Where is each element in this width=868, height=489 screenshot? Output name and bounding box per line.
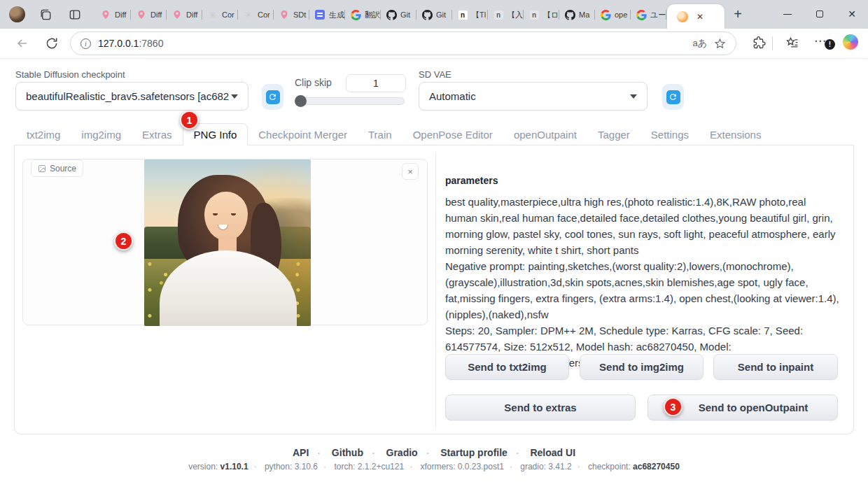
- browser-tab[interactable]: n 【ロ: [524, 4, 559, 25]
- browser-tabstrip: Diff Diff Diff ✳ Cor ✳ Cor SDt: [0, 0, 868, 29]
- browser-tab[interactable]: n 【入: [488, 4, 524, 25]
- image-icon: [38, 164, 46, 173]
- parameters-header: parameters: [445, 175, 498, 186]
- chevron-down-icon: [231, 94, 238, 99]
- browser-tab[interactable]: ユー: [631, 4, 666, 25]
- gradio-link[interactable]: Gradio: [386, 447, 418, 458]
- clip-skip-input[interactable]: [346, 74, 406, 92]
- window-close-button[interactable]: ✕: [836, 0, 868, 28]
- note-favicon: n: [493, 9, 504, 20]
- browser-tab[interactable]: ✳ Cor: [202, 4, 238, 25]
- send-to-txt2img-button[interactable]: Send to txt2img: [445, 354, 569, 380]
- tab-settings[interactable]: Settings: [640, 123, 699, 146]
- annotation-badge-1: 1: [180, 111, 199, 129]
- address-bar[interactable]: i 127.0.0.1:7860 aあ: [70, 31, 736, 55]
- tab-openoutpaint[interactable]: openOutpaint: [503, 123, 587, 146]
- note-favicon: n: [528, 9, 540, 20]
- collections-star-icon[interactable]: [785, 36, 799, 50]
- tab-openpose-editor[interactable]: OpenPose Editor: [402, 123, 503, 146]
- browser-tab[interactable]: Diff: [131, 4, 167, 25]
- pink-pin-favicon: [100, 9, 111, 20]
- github-favicon: [386, 9, 397, 20]
- pink-pin-favicon: [136, 9, 147, 20]
- browser-tab[interactable]: SDt: [274, 4, 309, 25]
- prompt-text: best quality,masterpiece,ultra high res,…: [445, 194, 840, 258]
- startup-profile-link[interactable]: Startup profile: [440, 447, 507, 458]
- source-image-dropzone[interactable]: Source ×: [22, 159, 428, 325]
- faded-favicon: ✳: [243, 9, 254, 20]
- refresh-page-icon[interactable]: [45, 36, 59, 50]
- checkpoint-label: Stable Diffusion checkpoint: [15, 69, 125, 80]
- sd-vae-dropdown[interactable]: Automatic: [419, 82, 648, 111]
- tab-close-icon[interactable]: ✕: [696, 12, 704, 22]
- browser-tab[interactable]: Git: [381, 4, 416, 25]
- browser-tab[interactable]: Git: [416, 4, 452, 25]
- browser-tab[interactable]: ope: [595, 4, 631, 25]
- note-favicon: n: [457, 9, 468, 20]
- window-maximize-button[interactable]: [804, 0, 836, 28]
- tab-extras[interactable]: Extras: [132, 123, 183, 146]
- panel-divider: [435, 153, 436, 427]
- github-link[interactable]: Github: [332, 447, 363, 458]
- browser-window: Diff Diff Diff ✳ Cor ✳ Cor SDt: [0, 0, 868, 489]
- tab-checkpoint-merger[interactable]: Checkpoint Merger: [248, 123, 358, 146]
- browser-tab[interactable]: Diff: [95, 4, 131, 25]
- url-text[interactable]: 127.0.0.1:7860: [98, 38, 163, 49]
- api-link[interactable]: API: [293, 447, 309, 458]
- google-favicon: [600, 9, 611, 20]
- clip-skip-slider[interactable]: [295, 97, 405, 105]
- clear-image-button[interactable]: ×: [402, 163, 419, 180]
- browser-profile-avatar[interactable]: [9, 6, 25, 22]
- send-to-extras-button[interactable]: Send to extras: [445, 395, 636, 420]
- sd-vae-label: SD VAE: [419, 69, 451, 80]
- source-photo: [144, 160, 311, 326]
- workspaces-icon[interactable]: [38, 8, 52, 22]
- send-to-inpaint-button[interactable]: Send to inpaint: [713, 354, 838, 380]
- back-icon[interactable]: [15, 36, 29, 50]
- blue-doc-favicon: [314, 9, 326, 20]
- negative-prompt-text: Negative prompt: painting,sketches,(wors…: [445, 258, 840, 323]
- site-info-icon[interactable]: i: [80, 38, 91, 49]
- github-favicon: [421, 9, 433, 20]
- pink-pin-favicon: [172, 9, 183, 20]
- new-tab-button[interactable]: +: [728, 4, 748, 24]
- favorite-star-icon[interactable]: [714, 38, 726, 50]
- chevron-down-icon: [630, 94, 637, 99]
- refresh-vae-button[interactable]: [662, 84, 684, 110]
- app-tab-bar: txt2img img2img Extras PNG Info Checkpoi…: [14, 123, 854, 146]
- clip-skip-label: Clip skip: [295, 77, 332, 88]
- reload-ui-link[interactable]: Reload UI: [530, 447, 575, 458]
- pink-pin-favicon: [279, 9, 290, 20]
- copilot-icon[interactable]: [843, 34, 858, 50]
- google-favicon: [636, 9, 647, 20]
- browser-tab[interactable]: 翻訳: [345, 4, 381, 25]
- refresh-icon: [266, 90, 280, 104]
- browser-tab[interactable]: 生成: [309, 4, 345, 25]
- browser-tab[interactable]: ✳ Cor: [238, 4, 274, 25]
- annotation-badge-3: 3: [664, 397, 682, 416]
- source-tag: Source: [31, 160, 83, 177]
- browser-tab[interactable]: n 【Tl: [452, 4, 488, 25]
- extensions-puzzle-icon[interactable]: [752, 36, 766, 50]
- browser-tab-active[interactable]: ✕: [667, 4, 724, 29]
- photo-face: [204, 192, 248, 241]
- alert-badge: !: [825, 39, 835, 50]
- tab-txt2img[interactable]: txt2img: [14, 123, 71, 146]
- refresh-checkpoints-button[interactable]: [262, 84, 284, 110]
- refresh-icon: [666, 90, 680, 104]
- tab-img2img[interactable]: img2img: [71, 123, 132, 146]
- window-minimize-button[interactable]: —: [771, 0, 804, 28]
- browser-tab[interactable]: Diff: [167, 4, 202, 25]
- slider-handle[interactable]: [295, 95, 307, 107]
- tab-actions-icon[interactable]: [68, 8, 82, 22]
- tab-train[interactable]: Train: [358, 123, 402, 146]
- annotation-badge-2: 2: [114, 232, 133, 250]
- translate-icon[interactable]: aあ: [692, 37, 707, 50]
- tab-extensions[interactable]: Extensions: [699, 123, 771, 146]
- gradio-favicon: [677, 11, 688, 22]
- tab-tagger[interactable]: Tagger: [587, 123, 640, 146]
- browser-tab[interactable]: Ma: [559, 4, 595, 25]
- send-to-img2img-button[interactable]: Send to img2img: [580, 354, 704, 380]
- checkpoint-dropdown[interactable]: beautifulRealistic_brav5.safetensors [ac…: [15, 82, 248, 111]
- footer-links: API· Github· Gradio· Startup profile· Re…: [0, 447, 868, 458]
